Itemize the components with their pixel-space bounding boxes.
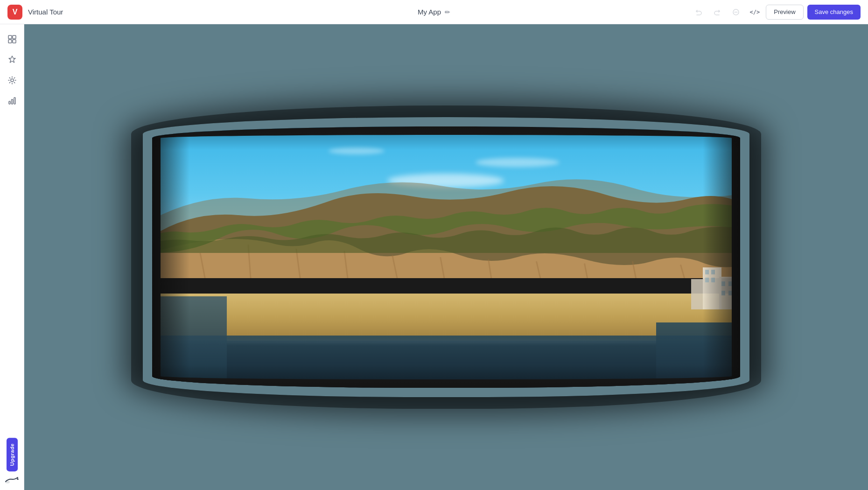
header-actions: </> Preview Save changes	[691, 5, 861, 20]
svg-rect-3	[8, 40, 12, 43]
sidebar-item-analytics[interactable]	[3, 91, 21, 110]
svg-rect-6	[9, 101, 10, 104]
svg-rect-8	[14, 98, 15, 104]
vignette-left	[152, 126, 189, 388]
app-name: Virtual Tour	[28, 8, 63, 16]
panorama-container	[152, 126, 740, 388]
panorama-image	[152, 126, 740, 388]
vignette-bottom	[152, 364, 740, 388]
svg-rect-4	[13, 40, 16, 43]
reset-button[interactable]	[728, 5, 743, 20]
sidebar: Upgrade	[0, 24, 24, 490]
edit-title-icon[interactable]: ✏	[445, 8, 450, 16]
page-title: My App	[418, 8, 441, 16]
logo-text: V	[13, 8, 18, 16]
brand-bird-icon	[4, 475, 21, 484]
panorama-frame	[152, 126, 740, 388]
header: V Virtual Tour My App ✏ </> Pr	[0, 0, 868, 24]
svg-point-5	[11, 79, 14, 82]
svg-point-9	[5, 481, 10, 483]
svg-rect-1	[8, 35, 12, 39]
sidebar-item-settings[interactable]	[3, 71, 21, 90]
upgrade-button[interactable]: Upgrade	[7, 438, 18, 471]
app-logo: V	[7, 5, 22, 20]
sidebar-item-pin[interactable]	[3, 50, 21, 69]
header-center: My App ✏	[418, 8, 450, 16]
svg-rect-7	[11, 99, 13, 104]
sidebar-bottom: Upgrade	[4, 438, 21, 484]
preview-button[interactable]: Preview	[766, 5, 803, 20]
main-layout: Upgrade	[0, 24, 868, 490]
svg-rect-2	[13, 35, 16, 39]
canvas-area[interactable]	[24, 24, 868, 490]
sidebar-item-grid[interactable]	[3, 30, 21, 49]
save-button[interactable]: Save changes	[807, 5, 861, 20]
code-button[interactable]: </>	[747, 5, 762, 20]
vignette-right	[703, 126, 740, 388]
redo-button[interactable]	[710, 5, 725, 20]
svg-rect-20	[691, 279, 703, 309]
vignette-top	[152, 126, 740, 150]
undo-button[interactable]	[691, 5, 706, 20]
